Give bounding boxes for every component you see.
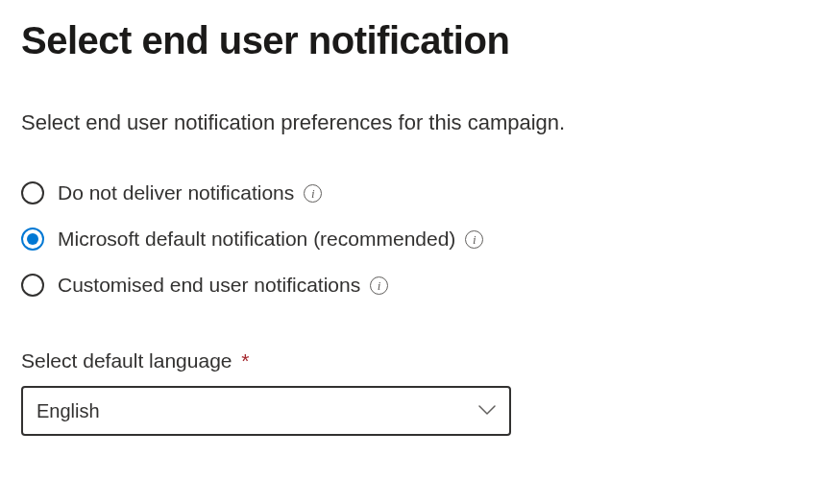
info-icon[interactable]: i xyxy=(370,276,388,295)
radio-button-icon xyxy=(21,181,44,204)
language-field-label: Select default language * xyxy=(21,349,810,372)
radio-option-customised[interactable]: Customised end user notifications i xyxy=(21,274,810,297)
radio-label: Microsoft default notification (recommen… xyxy=(58,228,455,251)
language-select-value: English xyxy=(37,400,100,422)
radio-button-icon xyxy=(21,274,44,297)
page-title: Select end user notification xyxy=(21,19,810,62)
info-icon[interactable]: i xyxy=(465,230,483,249)
radio-option-no-notifications[interactable]: Do not deliver notifications i xyxy=(21,181,810,204)
language-select[interactable]: English xyxy=(21,386,511,436)
radio-label: Customised end user notifications xyxy=(58,274,360,297)
page-description: Select end user notification preferences… xyxy=(21,110,810,135)
radio-button-icon xyxy=(21,228,44,251)
notification-radio-group: Do not deliver notifications i Microsoft… xyxy=(21,181,810,297)
language-select-wrapper: English xyxy=(21,386,511,436)
radio-label: Do not deliver notifications xyxy=(58,181,294,204)
language-label-text: Select default language xyxy=(21,349,232,372)
info-icon[interactable]: i xyxy=(304,184,322,203)
required-asterisk: * xyxy=(241,349,249,372)
radio-option-microsoft-default[interactable]: Microsoft default notification (recommen… xyxy=(21,228,810,251)
